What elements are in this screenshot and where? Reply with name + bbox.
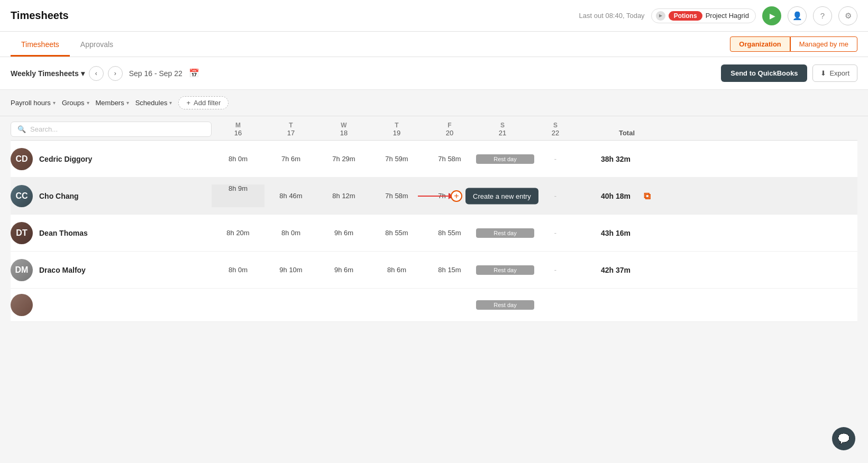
avatar [11,294,33,316]
cell-fri[interactable]: 7h 58m [423,155,476,163]
cell-thu[interactable]: 8h 6m [370,266,423,274]
controls-bar: Weekly Timesheets ▾ ‹ › Sep 16 - Sep 22 … [0,57,868,90]
cell-sun: - [529,155,582,163]
tab-timesheets[interactable]: Timesheets [11,32,70,57]
filter-schedules[interactable]: Schedules ▾ [135,99,172,107]
total-cell: 43h 16m [582,229,635,237]
cell-thu[interactable]: 7h 58m [370,192,423,200]
cell-sat: Rest day [476,228,529,238]
cell-mon[interactable]: 8h 20m [212,229,264,237]
app-title: Timesheets [11,10,69,22]
red-arrow [418,196,450,197]
potions-badge: Potions [669,11,702,21]
timer-play-icon [656,11,665,21]
caret-icon: ▾ [126,100,129,106]
employee-info: DM Draco Malfoy [11,254,212,286]
cell-wed[interactable]: 9h 6m [317,266,370,274]
caret-icon: ▾ [87,100,89,106]
cell-wed[interactable]: 9h 6m [317,229,370,237]
plus-icon: + [186,99,190,107]
col-tue: T 17 [264,122,317,137]
view-toggle: Organization Managed by me [730,36,857,52]
export-icon: ⬇ [820,69,826,77]
cell-tue[interactable]: 9h 10m [264,266,317,274]
total-cell: 40h 18m ⧉ [582,192,635,200]
search-icon: 🔍 [17,125,26,133]
week-selector: Weekly Timesheets ▾ ‹ › Sep 16 - Sep 22 … [11,66,199,81]
cell-fri[interactable]: 8h 55m [423,229,476,237]
filter-members[interactable]: Members ▾ [96,99,129,107]
global-play-button[interactable] [762,6,781,25]
add-filter-button[interactable]: + Add filter [178,96,229,109]
col-total: Total [582,129,635,137]
toggle-managed-by-me[interactable]: Managed by me [790,36,857,52]
cell-wed[interactable]: 7h 29m [317,155,370,163]
cell-sun: - [529,229,582,237]
cell-fri[interactable]: 8h 15m [423,266,476,274]
total-cell: 42h 37m [582,266,635,274]
export-button[interactable]: ⬇ Export [812,64,857,82]
toggle-organization[interactable]: Organization [730,36,790,52]
calendar-icon[interactable]: 📅 [189,68,199,78]
caret-icon: ▾ [53,100,56,106]
cell-tue[interactable]: 8h 46m [264,192,317,200]
cell-mon[interactable]: 8h 0m [212,155,264,163]
user-icon-button[interactable]: 👤 [788,6,807,25]
table-row: DM Draco Malfoy 8h 0m 9h 10m 9h 6m 8h 6m… [11,252,857,289]
filters-bar: Payroll hours ▾ Groups ▾ Members ▾ Sched… [0,90,868,116]
send-to-quickbooks-button[interactable]: Send to QuickBooks [721,64,807,82]
prev-week-button[interactable]: ‹ [89,66,104,81]
top-bar-right: Last out 08:40, Today Potions Project Ha… [579,6,857,25]
col-sat: S 21 [476,122,529,137]
cell-wed[interactable]: 8h 12m [317,192,370,200]
rest-day-badge: Rest day [476,300,534,310]
timer-badge[interactable]: Potions Project Hagrid [651,8,756,23]
cell-sat: Rest day [476,300,529,310]
cell-mon[interactable]: 8h 0m [212,266,264,274]
date-range: Sep 16 - Sep 22 [129,69,182,78]
last-out-text: Last out 08:40, Today [579,12,645,20]
create-entry-tooltip: Create a new entry [465,188,538,204]
col-fri: F 20 [423,122,476,137]
settings-icon-button[interactable]: ⚙ [838,6,857,25]
help-icon-button[interactable]: ? [813,6,832,25]
next-week-button[interactable]: › [108,66,123,81]
cell-thu[interactable]: 7h 59m [370,155,423,163]
col-mon: M 16 [212,122,264,137]
employee-name: Cho Chang [39,192,79,200]
tab-approvals[interactable]: Approvals [70,32,124,57]
rest-day-badge: Rest day [476,154,534,164]
search-box[interactable]: 🔍 Search... [11,122,212,137]
avatar: CC [11,185,33,207]
top-bar: Timesheets Last out 08:40, Today Potions… [0,0,868,32]
project-label: Project Hagrid [706,12,749,20]
table-header: 🔍 Search... M 16 T 17 W 18 T 19 F 20 S 2… [11,116,857,141]
caret-icon: ▾ [169,100,172,106]
copy-icon[interactable]: ⧉ [644,190,651,201]
controls-right: Send to QuickBooks ⬇ Export [721,64,857,82]
total-cell: 38h 32m [582,155,635,163]
filter-groups[interactable]: Groups ▾ [62,99,89,107]
cell-sun: - [529,266,582,274]
cell-sat: Rest day [476,265,529,275]
create-entry-indicator: + Create a new entry [418,196,450,197]
filter-payroll-hours[interactable]: Payroll hours ▾ [11,99,56,107]
cell-tue[interactable]: 8h 0m [264,229,317,237]
table-row: DT Dean Thomas 8h 20m 8h 0m 9h 6m 8h 55m… [11,215,857,252]
col-sun: S 22 [529,122,582,137]
main-tabs: Timesheets Approvals [11,32,124,57]
avatar: DT [11,222,33,244]
rest-day-badge: Rest day [476,265,534,275]
cell-mon[interactable]: 8h 9m + Create a new entry [212,184,264,207]
cell-sat: Rest day [476,154,529,164]
cell-tue[interactable]: 7h 6m [264,155,317,163]
employee-name: Dean Thomas [39,229,88,237]
avatar: CD [11,148,33,170]
employee-name: Draco Malfoy [39,266,86,274]
cell-thu[interactable]: 8h 55m [370,229,423,237]
employee-info [11,289,212,321]
search-placeholder: Search... [30,125,58,133]
plus-circle-button[interactable]: + [451,190,462,202]
table-row: CC Cho Chang 8h 9m + Create a new entry … [11,178,857,215]
week-label[interactable]: Weekly Timesheets ▾ [11,69,85,78]
